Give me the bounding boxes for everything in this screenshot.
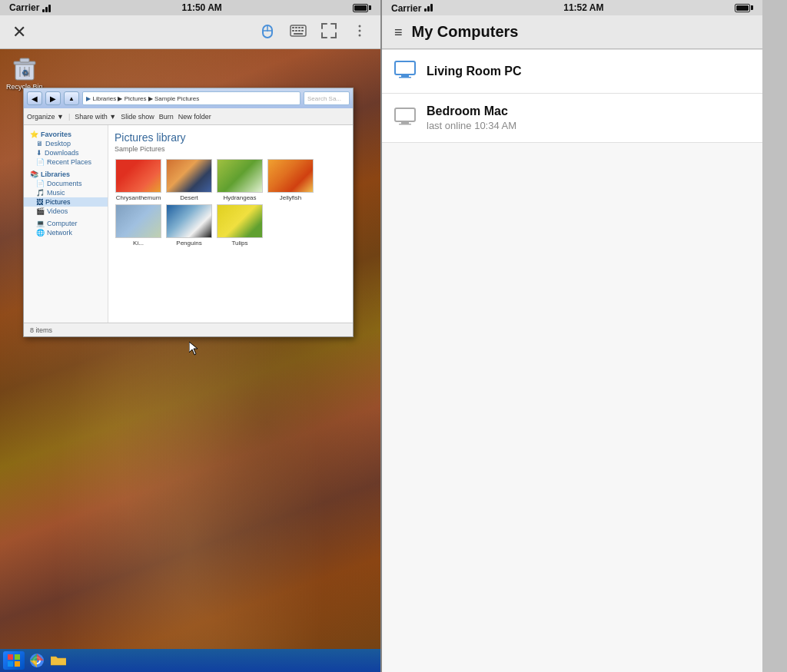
- bedroom-status: last online 10:34 AM: [427, 120, 516, 131]
- explorer-toolbar: Organize ▼ | Share with ▼ Slide show Bur…: [24, 108, 353, 125]
- thumb-img-kookaburra: [115, 204, 161, 238]
- burn-btn[interactable]: Burn: [159, 113, 174, 121]
- svg-rect-11: [301, 30, 304, 31]
- living-room-name: Living Room PC: [427, 65, 522, 78]
- svg-rect-9: [295, 30, 297, 31]
- taskbar-chrome[interactable]: [28, 651, 46, 670]
- thumb-label-desert: Desert: [180, 194, 198, 201]
- svg-rect-33: [399, 77, 411, 78]
- svg-text:♻: ♻: [21, 68, 28, 77]
- close-button[interactable]: ✕: [12, 24, 26, 41]
- thumb-img-jellyfish: [267, 159, 314, 193]
- fullscreen-icon[interactable]: [320, 22, 337, 42]
- up-button[interactable]: ▲: [64, 91, 79, 105]
- page-title: My Computers: [412, 23, 519, 41]
- battery-icon: [353, 4, 371, 12]
- right-phone: Carrier 11:52 AM ≡ My Computers: [381, 0, 762, 672]
- libraries-title: 📚Libraries: [24, 170, 108, 179]
- wifi-icon: [42, 3, 51, 12]
- sidebar-desktop[interactable]: 🖥Desktop: [24, 139, 108, 148]
- thumb-label-chrysanthemum: Chrysanthemum: [116, 194, 161, 201]
- thumb-img-chrysanthemum: [115, 159, 161, 193]
- sidebar-music[interactable]: 🎵Music: [24, 188, 108, 197]
- bedroom-name: Bedroom Mac: [427, 104, 516, 118]
- svg-rect-8: [292, 30, 294, 31]
- sidebar-videos[interactable]: 🎬Videos: [24, 207, 108, 216]
- left-status-bar: Carrier 11:50 AM: [0, 0, 380, 15]
- explorer-titlebar: ◀ ▶ ▲ ▶ Libraries ▶ Pictures ▶ Sample Pi…: [24, 88, 353, 108]
- sidebar-computer[interactable]: 💻Computer: [24, 219, 108, 228]
- computer-item-living-room[interactable]: Living Room PC: [382, 49, 762, 94]
- forward-button[interactable]: ▶: [45, 91, 61, 105]
- more-options-icon[interactable]: [351, 22, 368, 42]
- thumbnail-tulips[interactable]: Tulips: [216, 204, 264, 247]
- favorites-section: ⭐Favorites 🖥Desktop ⬇Downloads 📄Recent P…: [24, 130, 108, 167]
- sidebar-downloads[interactable]: ⬇Downloads: [24, 148, 108, 157]
- keyboard-icon[interactable]: [290, 25, 307, 40]
- thumbnail-desert[interactable]: Desert: [165, 159, 213, 201]
- computers-list: Living Room PC Bedroom Mac last online 1…: [382, 49, 762, 672]
- computer-section: 💻Computer 🌐Network: [24, 219, 108, 237]
- living-room-info: Living Room PC: [427, 65, 522, 78]
- thumbnail-jellyfish[interactable]: Jellyfish: [267, 159, 314, 201]
- svg-rect-25: [15, 654, 20, 660]
- computer-item-bedroom[interactable]: Bedroom Mac last online 10:34 AM: [382, 94, 762, 143]
- svg-rect-4: [292, 27, 294, 28]
- mouse-icon[interactable]: [259, 22, 276, 42]
- explorer-statusbar: 8 items: [24, 323, 353, 336]
- address-bar[interactable]: ▶ Libraries ▶ Pictures ▶ Sample Pictures: [82, 91, 301, 105]
- explorer-sidebar: ⭐Favorites 🖥Desktop ⬇Downloads 📄Recent P…: [24, 125, 108, 323]
- recycle-bin-icon[interactable]: ♻ Recycle Bin: [6, 55, 43, 91]
- sidebar-network[interactable]: 🌐Network: [24, 228, 108, 237]
- right-battery-icon: [735, 4, 753, 12]
- thumb-label-tulips: Tulips: [231, 240, 247, 247]
- remote-desktop[interactable]: ♻ Recycle Bin ◀ ▶ ▲ ▶ Libraries ▶ Pictur…: [0, 49, 380, 672]
- thumbnail-kookaburra[interactable]: Ki...: [115, 204, 162, 247]
- svg-point-15: [359, 34, 361, 36]
- left-toolbar: ✕: [0, 15, 380, 49]
- svg-point-13: [359, 25, 361, 27]
- share-btn[interactable]: Share with ▼: [75, 113, 116, 121]
- svg-rect-6: [298, 27, 301, 28]
- bedroom-info: Bedroom Mac last online 10:34 AM: [427, 104, 516, 131]
- item-count: 8 items: [30, 326, 52, 334]
- slideshow-btn[interactable]: Slide show: [121, 113, 154, 121]
- bedroom-monitor-icon: [394, 108, 416, 129]
- svg-rect-31: [395, 61, 415, 74]
- back-button[interactable]: ◀: [27, 91, 42, 105]
- svg-rect-5: [295, 27, 297, 28]
- right-wifi-icon: [424, 2, 433, 12]
- libraries-section: 📚Libraries 📄Documents 🎵Music 🖼Pictures 🎬…: [24, 170, 108, 216]
- explorer-window[interactable]: ◀ ▶ ▲ ▶ Libraries ▶ Pictures ▶ Sample Pi…: [23, 88, 354, 337]
- sidebar-documents[interactable]: 📄Documents: [24, 179, 108, 188]
- library-subtitle: Sample Pictures: [115, 145, 347, 153]
- favorites-title: ⭐Favorites: [24, 130, 108, 139]
- thumb-label-hydrangeas: Hydrangeas: [223, 194, 256, 201]
- svg-rect-12: [294, 33, 303, 35]
- start-button[interactable]: [3, 651, 25, 670]
- sidebar-pictures[interactable]: 🖼Pictures: [24, 197, 108, 207]
- carrier-text: Carrier: [9, 2, 39, 13]
- thumb-img-tulips: [217, 204, 263, 238]
- thumbnail-penguins[interactable]: Penguins: [165, 204, 213, 247]
- svg-rect-24: [8, 654, 13, 660]
- thumbnail-chrysanthemum[interactable]: Chrysanthemum: [115, 159, 162, 201]
- explorer-body: ⭐Favorites 🖥Desktop ⬇Downloads 📄Recent P…: [24, 125, 353, 323]
- right-time: 11:52 AM: [563, 2, 603, 13]
- right-status-bar: Carrier 11:52 AM: [382, 0, 762, 15]
- search-box[interactable]: Search Sa...: [304, 91, 350, 105]
- organize-btn[interactable]: Organize ▼: [27, 113, 64, 121]
- thumb-img-penguins: [166, 204, 212, 238]
- sidebar-recent[interactable]: 📄Recent Places: [24, 157, 108, 167]
- hamburger-menu-button[interactable]: ≡: [394, 25, 403, 39]
- svg-rect-32: [401, 75, 409, 77]
- thumbnail-hydrangeas[interactable]: Hydrangeas: [216, 159, 264, 201]
- path-text: Libraries ▶ Pictures ▶ Sample Pictures: [93, 95, 200, 102]
- new-folder-btn[interactable]: New folder: [178, 113, 211, 121]
- left-phone: Carrier 11:50 AM ✕: [0, 0, 381, 672]
- svg-rect-35: [401, 122, 409, 124]
- library-title: Pictures library: [115, 131, 347, 144]
- windows-taskbar: [0, 649, 380, 672]
- explorer-main: Pictures library Sample Pictures Chrysan…: [108, 125, 353, 323]
- taskbar-folder[interactable]: [49, 651, 68, 670]
